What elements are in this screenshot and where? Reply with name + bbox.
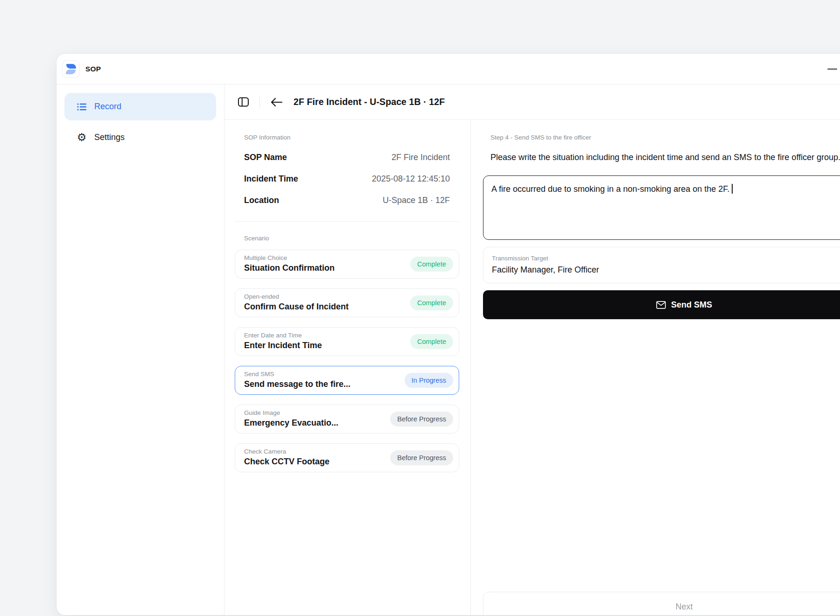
sidebar-item-settings[interactable]: ⚙ Settings [64,126,216,148]
minimize-button[interactable] [825,62,839,76]
text-caret [732,184,733,194]
info-row-sop-name: SOP Name 2F Fire Incident [244,153,450,162]
scenario-step-guide-image[interactable]: Guide Image Emergency Evacuatio... Befor… [235,405,459,434]
step-description: Please write the situation including the… [490,150,840,164]
status-badge: Complete [410,257,453,272]
logo-shape-top [66,64,76,69]
info-label: Incident Time [244,174,298,184]
next-button[interactable]: Next [483,592,840,615]
app-title: SOP [85,65,101,73]
envelope-icon [656,301,666,309]
info-row-incident-time: Incident Time 2025-08-12 12:45:10 [244,174,450,184]
gear-icon: ⚙ [76,132,87,143]
sop-panel: SOP Information SOP Name 2F Fire Inciden… [224,120,471,615]
detail-header: 2F Fire Incident - U-Space 1B · 12F [224,84,840,120]
sms-message-text: A fire occurred due to smoking in a non-… [491,184,729,194]
panel-toggle-icon [237,96,250,108]
info-label: Location [244,196,279,205]
sidebar-item-label: Record [94,102,121,112]
status-badge: Complete [410,295,453,310]
sms-message-input[interactable]: A fire occurred due to smoking in a non-… [483,175,840,240]
app-window: SOP Record [56,54,840,615]
status-badge: Complete [410,334,453,349]
header-divider [259,96,260,108]
toggle-sidebar-button[interactable] [236,95,250,109]
info-row-location: Location U-Space 1B · 12F [244,196,450,205]
info-value: 2025-08-12 12:45:10 [372,174,450,184]
status-badge: Before Progress [390,412,453,427]
scenario-step-send-sms-selected[interactable]: Send SMS Send message to the fire... In … [235,366,459,395]
step-header-label: Step 4 - Send SMS to the fire officer [490,134,840,141]
app-logo-icon [62,60,80,78]
send-sms-button[interactable]: Send SMS [483,290,840,319]
transmission-target-value: Facility Manager, Fire Officer [492,265,840,275]
logo-shape-bottom [66,70,76,74]
back-arrow-icon [269,96,283,108]
next-label: Next [675,602,693,612]
sop-info-section-title: SOP Information [244,134,459,141]
minimize-icon [827,69,837,70]
page-title: 2F Fire Incident - U-Space 1B · 12F [294,97,445,107]
sop-info-rows: SOP Name 2F Fire Incident Incident Time … [244,153,450,205]
sidebar-item-record[interactable]: Record [64,93,216,120]
scenario-step-situation-confirmation[interactable]: Multiple Choice Situation Confirmation C… [235,250,459,279]
info-value: U-Space 1B · 12F [383,196,450,205]
status-badge: Before Progress [390,450,453,465]
transmission-target-label: Transmission Target [492,255,840,262]
sidebar: Record ⚙ Settings [56,84,224,615]
section-divider [235,221,459,222]
title-bar: SOP [56,54,840,84]
back-button[interactable] [269,95,283,109]
sidebar-item-label: Settings [94,133,125,142]
send-sms-label: Send SMS [671,300,712,310]
status-badge: In Progress [405,373,453,388]
info-value: 2F Fire Incident [392,153,450,162]
scenario-step-confirm-cause[interactable]: Open-ended Confirm Cause of Incident Com… [235,288,459,317]
scenario-section-title: Scenario [244,235,459,242]
scenario-step-enter-incident-time[interactable]: Enter Date and Time Enter Incident Time … [235,327,459,356]
scenario-step-list: Multiple Choice Situation Confirmation C… [235,250,459,472]
record-list-icon [76,101,87,112]
info-label: SOP Name [244,153,287,162]
scenario-step-check-cctv[interactable]: Check Camera Check CCTV Footage Before P… [235,443,459,472]
step-detail-panel: Step 4 - Send SMS to the fire officer Pl… [471,120,840,615]
transmission-target-field[interactable]: Transmission Target Facility Manager, Fi… [483,247,840,283]
